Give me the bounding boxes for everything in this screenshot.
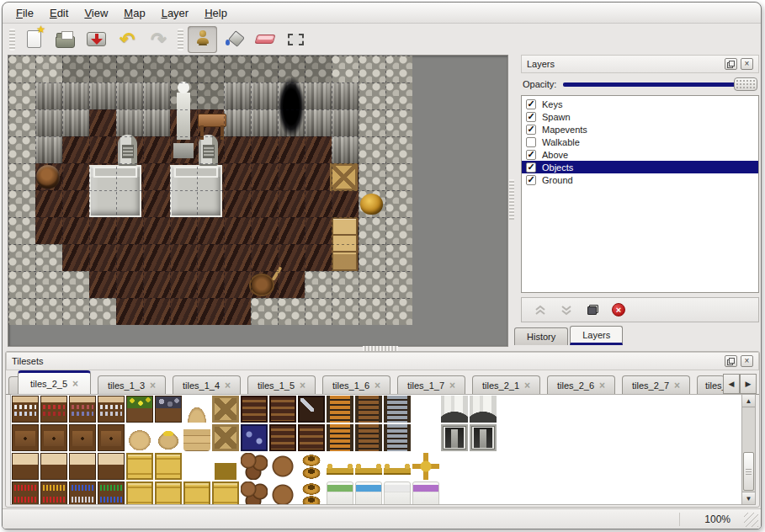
tileset-tile-coal[interactable] bbox=[155, 396, 182, 423]
menu-item-help[interactable]: Help bbox=[198, 4, 234, 22]
tileset-tile-crate-x[interactable] bbox=[212, 424, 239, 451]
tileset-tile-chest[interactable] bbox=[269, 424, 296, 451]
layer-row-mapevents[interactable]: ✓Mapevents bbox=[522, 123, 758, 136]
tileset-tile-crate-ys[interactable] bbox=[212, 453, 239, 480]
tileset-tile-chest[interactable] bbox=[269, 396, 296, 423]
tab-close-icon[interactable]: × bbox=[150, 380, 156, 391]
layer-list[interactable]: ✓Keys✓Spawn✓MapeventsWalkable✓Above✓Obje… bbox=[521, 95, 759, 293]
tileset-tab-tiles[interactable]: tiles_ bbox=[697, 375, 725, 394]
tileset-tile-bott-g[interactable] bbox=[98, 481, 125, 505]
tab-close-icon[interactable]: × bbox=[674, 380, 680, 391]
tileset-tab-tiles_1_3[interactable]: tiles_1_3× bbox=[98, 375, 166, 394]
tileset-tile-crate-y[interactable] bbox=[126, 453, 153, 480]
tileset-tile-ladder-b[interactable] bbox=[355, 396, 382, 423]
eraser-button[interactable] bbox=[250, 26, 279, 53]
tileset-tile-ladder-s[interactable] bbox=[384, 424, 411, 451]
map-viewport[interactable] bbox=[8, 55, 508, 347]
tab-close-icon[interactable]: × bbox=[599, 380, 605, 391]
tileset-tab-tiles_2_5[interactable]: tiles_2_5× bbox=[18, 370, 91, 394]
tileset-tile-bott-m[interactable] bbox=[40, 481, 67, 505]
tileset-tile-shelf-drawer[interactable] bbox=[40, 424, 67, 451]
tab-close-icon[interactable]: × bbox=[524, 380, 530, 391]
layer-row-ground[interactable]: ✓Ground bbox=[522, 173, 758, 186]
tab-scroll-right-button[interactable]: ▶ bbox=[740, 374, 757, 394]
tileset-tab-tiles_2_7[interactable]: tiles_2_7× bbox=[622, 375, 690, 394]
tileset-tile-ladder-s[interactable] bbox=[384, 396, 411, 423]
tab-close-icon[interactable]: × bbox=[375, 380, 380, 391]
tileset-tile-rail[interactable] bbox=[355, 453, 382, 480]
tileset-tile-bott-r[interactable] bbox=[12, 481, 39, 505]
new-button[interactable] bbox=[19, 26, 49, 53]
tileset-tile-crate-y[interactable] bbox=[126, 481, 153, 505]
tileset-tile-door[interactable] bbox=[470, 424, 497, 451]
tileset-tab-partial[interactable] bbox=[8, 376, 18, 394]
tab-close-icon[interactable]: × bbox=[225, 380, 231, 391]
open-button[interactable] bbox=[50, 26, 80, 53]
tileset-tile-crate-y[interactable] bbox=[155, 453, 182, 480]
layer-visibility-checkbox[interactable]: ✓ bbox=[526, 112, 536, 122]
tileset-tile-shelf-drawer[interactable] bbox=[69, 424, 96, 451]
tab-close-icon[interactable]: × bbox=[449, 380, 455, 391]
layer-visibility-checkbox[interactable]: ✓ bbox=[526, 175, 536, 185]
layer-row-walkable[interactable]: Walkable bbox=[522, 136, 758, 148]
tileset-tab-tiles_1_5[interactable]: tiles_1_5× bbox=[247, 375, 316, 394]
layer-visibility-checkbox[interactable] bbox=[526, 137, 536, 147]
tileset-tile-barrel[interactable] bbox=[269, 481, 296, 505]
tileset-tile-chest[interactable] bbox=[241, 396, 268, 423]
move-layer-down-button[interactable] bbox=[558, 301, 575, 318]
tileset-tile-bed-purple[interactable] bbox=[412, 481, 439, 505]
scrollbar-thumb[interactable] bbox=[743, 452, 754, 491]
tileset-tile-counter[interactable] bbox=[12, 453, 39, 480]
tileset-tile-pots[interactable] bbox=[298, 481, 325, 505]
tileset-tile-ladder-b[interactable] bbox=[355, 424, 382, 451]
tileset-tile-rail[interactable] bbox=[384, 453, 411, 480]
tileset-tile-ladder-o[interactable] bbox=[327, 424, 353, 451]
tileset-tile-bed-green[interactable] bbox=[327, 481, 353, 505]
opacity-slider[interactable] bbox=[563, 77, 757, 92]
tileset-tile-plant[interactable] bbox=[126, 396, 153, 423]
tileset-tile-shelf-red[interactable] bbox=[40, 396, 67, 423]
tileset-tile-barrel[interactable] bbox=[269, 453, 296, 480]
select-button[interactable] bbox=[281, 26, 311, 53]
scroll-up-button[interactable]: ▲ bbox=[742, 395, 755, 407]
layer-row-above[interactable]: ✓Above bbox=[522, 148, 758, 161]
tileset-tile-arch[interactable] bbox=[441, 396, 468, 423]
tileset-tile-arch[interactable] bbox=[470, 396, 497, 423]
tileset-tile-barrels[interactable] bbox=[241, 453, 268, 480]
layer-visibility-checkbox[interactable]: ✓ bbox=[526, 162, 536, 173]
tileset-tile-shelf-dish[interactable] bbox=[12, 396, 39, 423]
layer-row-spawn[interactable]: ✓Spawn bbox=[522, 110, 758, 123]
tileset-tile-ladder-o[interactable] bbox=[327, 396, 353, 423]
tileset-tile-sack-open[interactable] bbox=[155, 424, 182, 451]
tileset-tile-crate-navy[interactable] bbox=[241, 424, 268, 451]
menu-item-layer[interactable]: Layer bbox=[155, 4, 196, 22]
tab-close-icon[interactable]: × bbox=[300, 380, 305, 391]
menu-item-edit[interactable]: Edit bbox=[43, 4, 75, 22]
layer-visibility-checkbox[interactable]: ✓ bbox=[526, 125, 536, 135]
fill-button[interactable] bbox=[219, 26, 248, 53]
tileset-tile-bott-b[interactable] bbox=[69, 481, 96, 505]
tileset-tab-tiles_1_4[interactable]: tiles_1_4× bbox=[173, 375, 241, 394]
tileset-tile-bed-blue[interactable] bbox=[355, 481, 382, 505]
tileset-tile-sack-pile[interactable] bbox=[183, 424, 210, 451]
tileset-tile-counter[interactable] bbox=[40, 453, 67, 480]
stamp-button[interactable] bbox=[188, 26, 217, 53]
tileset-tile-shelf-pot[interactable] bbox=[69, 396, 96, 423]
close-button[interactable]: × bbox=[741, 355, 753, 367]
layer-row-keys[interactable]: ✓Keys bbox=[522, 98, 758, 110]
redo-button[interactable]: ↷ bbox=[144, 26, 173, 53]
tileset-tile-counter[interactable] bbox=[69, 453, 96, 480]
tab-close-icon[interactable]: × bbox=[72, 379, 78, 389]
layer-visibility-checkbox[interactable]: ✓ bbox=[526, 99, 536, 109]
move-layer-up-button[interactable] bbox=[532, 301, 549, 318]
tileset-tile-shelf-drawer[interactable] bbox=[98, 424, 125, 451]
tileset-tile-bed-white[interactable] bbox=[384, 481, 411, 505]
float-button[interactable] bbox=[725, 355, 737, 367]
menu-item-view[interactable]: View bbox=[77, 4, 114, 22]
duplicate-layer-button[interactable] bbox=[584, 301, 601, 318]
opacity-slider-groove[interactable] bbox=[563, 82, 756, 87]
opacity-slider-handle[interactable] bbox=[734, 77, 757, 91]
delete-layer-button[interactable]: × bbox=[610, 301, 627, 318]
tileset-tile-barrels[interactable] bbox=[241, 481, 268, 505]
splitter-vertical-handle[interactable] bbox=[509, 179, 514, 220]
